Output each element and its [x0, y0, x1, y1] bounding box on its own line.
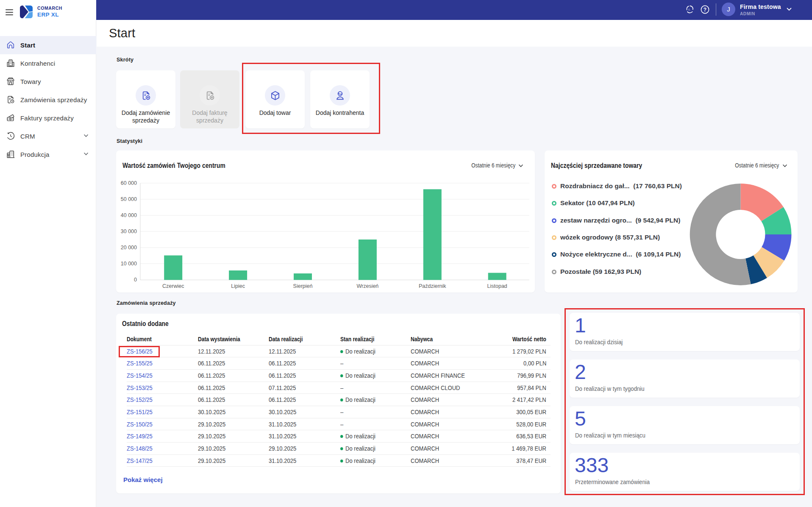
svg-text:10 000: 10 000: [121, 261, 137, 267]
svg-text:Listopad: Listopad: [487, 283, 507, 289]
svg-text:50 000: 50 000: [121, 196, 137, 202]
svg-text:Wrzesień: Wrzesień: [356, 283, 378, 289]
svg-text:40 000: 40 000: [121, 212, 137, 218]
svg-text:30 000: 30 000: [121, 228, 137, 234]
svg-text:Sierpień: Sierpień: [293, 283, 313, 289]
svg-text:60 000: 60 000: [121, 180, 137, 186]
svg-text:20 000: 20 000: [121, 245, 137, 251]
svg-text:?: ?: [704, 7, 706, 13]
svg-text:Czerwiec: Czerwiec: [162, 283, 184, 289]
svg-text:0: 0: [134, 277, 137, 283]
svg-text:Lipiec: Lipiec: [231, 283, 245, 289]
svg-text:Październik: Październik: [419, 283, 446, 289]
